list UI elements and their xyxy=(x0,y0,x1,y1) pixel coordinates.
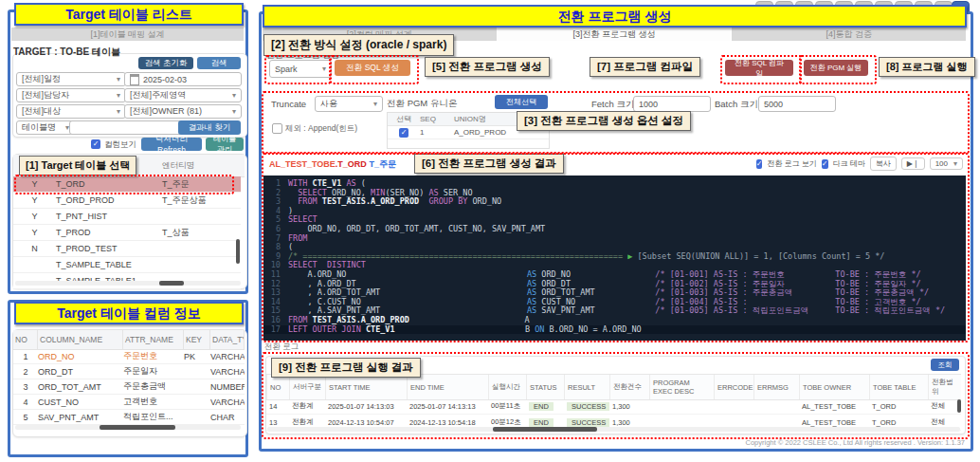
owner-select-value: [전체]OWNER (81) xyxy=(130,105,202,118)
truncate-select[interactable]: 사용▾ xyxy=(315,96,383,112)
select-all-button[interactable]: 전체선택 xyxy=(495,95,548,109)
results-column-header[interactable]: START TIME xyxy=(325,375,407,399)
chevron-down-icon: ▾ xyxy=(953,159,957,168)
results-cell: 전환계 xyxy=(289,417,325,427)
colinfo-hscrollbar[interactable] xyxy=(100,425,175,430)
line-number: 17 xyxy=(263,325,281,335)
cell-data-type: VARCHAR2 xyxy=(210,367,245,377)
results-row[interactable]: 14전환계2025-01-07 14:13:032025-01-07 14:13… xyxy=(266,398,961,415)
code-segment: B.ORD_NO = A.ORD_NO xyxy=(550,325,642,335)
dark-theme-checkbox[interactable]: ✓ xyxy=(822,159,828,169)
results-column-header[interactable]: RESULT xyxy=(564,375,609,399)
results-column-header[interactable]: END TIME xyxy=(407,375,488,399)
log-view-checkbox[interactable]: ✓ xyxy=(756,159,763,169)
results-column-header[interactable]: 서버구분 xyxy=(289,375,325,399)
target-select-value: [전체]대상 xyxy=(22,105,61,118)
results-cell: T_ORD xyxy=(869,402,928,411)
dictionary-refresh-button[interactable]: 딕셔너리 Refresh xyxy=(141,138,202,151)
find-in-results-button[interactable]: 결과내 찾기 xyxy=(178,120,241,135)
results-hscrollbar[interactable] xyxy=(493,427,597,432)
column-header[interactable]: ATTR_NAME xyxy=(123,330,184,349)
play-button[interactable]: ▶❘ xyxy=(901,157,925,170)
page-size-select[interactable]: 100▾ xyxy=(930,157,963,170)
copy-button[interactable]: 복사 xyxy=(870,157,897,171)
generate-sql-button[interactable]: 전환 SQL 생성 xyxy=(335,60,410,76)
table-row[interactable]: YT_PNT_HIST xyxy=(13,209,241,225)
results-column-header[interactable]: TOBE TABLE xyxy=(869,375,928,399)
engine-select[interactable]: Spark▾ xyxy=(269,60,332,78)
table-name-select[interactable]: 테이블명▾ xyxy=(16,120,75,135)
cell-entity: T_상품 xyxy=(162,227,238,239)
results-search-button[interactable]: 조회 xyxy=(931,359,959,371)
table-row[interactable]: YT_PRODT_상품 xyxy=(13,225,241,241)
owner-select[interactable]: [전체]OWNER (81)▾ xyxy=(124,104,242,119)
column-header[interactable]: KEY xyxy=(184,330,210,349)
table-row[interactable]: YT_ORD_PRODT_주문상품 xyxy=(13,193,241,209)
table-manage-button[interactable]: 테이블 관리 xyxy=(206,138,244,151)
cell-table: T_PNT_HIST xyxy=(56,212,162,221)
code-title-entity: T_주문 xyxy=(369,159,396,169)
code-block[interactable]: 1WITH CTE_V1 AS (2 SELECT ORD_NO, MIN(SE… xyxy=(263,176,966,341)
column-info-row[interactable]: 3ORD_TOT_AMT주문총금액NUMBER xyxy=(13,379,245,395)
results-column-header[interactable]: TOBE OWNER xyxy=(799,375,869,399)
results-column-header[interactable]: 전환범위 xyxy=(928,375,960,399)
code-segment: CTE_V1 xyxy=(366,325,525,335)
code-segment: LEFT OUTER JOIN xyxy=(288,325,366,335)
list-vscrollbar[interactable] xyxy=(236,239,240,264)
exclude-append-checkbox[interactable] xyxy=(272,123,282,134)
results-column-header[interactable]: 전환건수 xyxy=(609,375,649,399)
column-header[interactable]: COLUMN_NAME xyxy=(38,330,123,349)
table-row[interactable]: NT_PROD_TEST xyxy=(13,241,241,257)
log-view-label: 전환 로그 보기 xyxy=(767,158,816,169)
table-row[interactable]: T_SAMPLE_TABLE xyxy=(13,257,241,273)
search-reset-button[interactable]: 검색 초기화 xyxy=(138,57,193,69)
play-icon: ▶ xyxy=(907,159,913,168)
code-segment: TO-BE : 적립포인트금액 */ xyxy=(835,306,945,316)
target-select[interactable]: [전체]대상▾ xyxy=(16,104,126,119)
tab-integration-verify[interactable]: [4]통합 검증 xyxy=(732,28,967,41)
tab-table-mapping[interactable]: [1]테이블 매핑 설계 xyxy=(11,28,245,41)
column-view-checkbox[interactable]: ✓ xyxy=(91,139,100,149)
list-hscrollbar[interactable] xyxy=(159,281,184,286)
cell-flag: Y xyxy=(13,195,56,205)
results-header: NO서버구분START TIMEEND TIME실행시간STATUSRESULT… xyxy=(266,374,961,400)
date-input[interactable]: 2025-02-03 xyxy=(124,72,242,86)
code-segment: ORD_NO xyxy=(473,197,502,207)
column-header[interactable]: DATA_TYPE xyxy=(210,330,245,349)
results-vscrollbar[interactable] xyxy=(957,399,961,413)
column-info-row[interactable]: 4CUST_NO고객번호VARCHAR2 xyxy=(13,395,245,410)
column-view-label: 컬럼보기 xyxy=(104,139,136,151)
results-column-header[interactable]: PROGRAM EXEC DESC xyxy=(649,375,714,399)
schedule-select[interactable]: [전체]일정▾ xyxy=(16,72,126,86)
results-column-header[interactable]: ERRMSG xyxy=(753,375,799,399)
results-column-header[interactable]: ERRCODE xyxy=(714,375,753,399)
results-column-header[interactable]: NO xyxy=(266,375,289,399)
search-button[interactable]: 검색 xyxy=(197,57,241,69)
results-column-header[interactable]: STATUS xyxy=(526,375,564,399)
results-cell: 1,300 xyxy=(609,402,649,411)
cell-column-name: CUST_NO xyxy=(38,397,123,407)
column-info-row[interactable]: 2ORD_DT주문일자VARCHAR2 xyxy=(13,364,245,379)
union-row-checkbox[interactable]: ✓ xyxy=(399,128,408,138)
results-cell: 1,300 xyxy=(609,418,649,427)
screenshot-root: [1]테이블 매핑 설계 Target 테이블 리스트 TARGET : TO-… xyxy=(0,0,980,462)
results-column-header[interactable]: 실행시간 xyxy=(488,375,526,399)
table-row[interactable]: YT_ORDT_주문 xyxy=(13,176,241,193)
table-name-input[interactable] xyxy=(69,120,183,135)
column-info-row[interactable]: 1ORD_NO주문번호PKVARCHAR2 xyxy=(13,349,245,364)
batch-input[interactable]: 5000 xyxy=(758,96,836,112)
compile-sql-button[interactable]: 전환 SQL 컴파일 xyxy=(725,60,793,76)
manager-select[interactable]: [전체]담당자▾ xyxy=(16,88,126,102)
subject-select[interactable]: [전체]주제영역▾ xyxy=(124,88,242,102)
fetch-input[interactable]: 1000 xyxy=(633,96,711,112)
calendar-icon xyxy=(130,74,139,85)
target-table-list-banner: Target 테이블 리스트 xyxy=(14,3,244,26)
column-info-row[interactable]: 5SAV_PNT_AMT적립포인트...CHAR xyxy=(13,410,245,425)
header-entity[interactable]: 엔터티명 xyxy=(162,160,238,172)
results-hscrollbar-track xyxy=(267,427,960,432)
tab-program-generation[interactable]: [3]전환 프로그램 생성 xyxy=(498,28,733,41)
column-header[interactable]: NO xyxy=(13,330,38,349)
cell-no: 3 xyxy=(13,382,38,392)
cell-attr-name: 고객번호 xyxy=(123,396,184,408)
run-pgm-button[interactable]: 전환 PGM 실행 xyxy=(804,60,868,76)
